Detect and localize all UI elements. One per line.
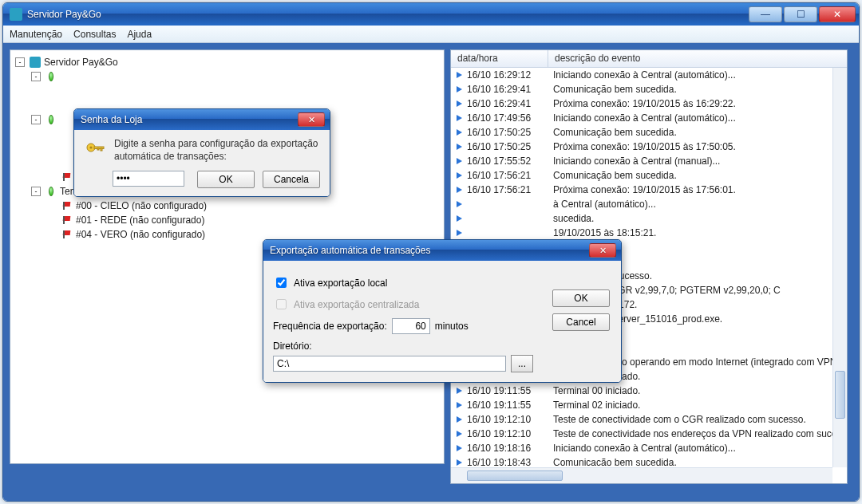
log-row[interactable]: 19/10/2015 às 18:15:21. (451, 226, 847, 240)
close-button[interactable]: ✕ (819, 6, 856, 22)
password-cancel-button[interactable]: Cancela (263, 171, 320, 188)
window-title: Servidor Pay&Go (27, 9, 749, 20)
log-cell-time: 16/10 19:18:43 (467, 457, 553, 466)
log-row[interactable]: 16/10 19:18:16Iniciando conexão à Centra… (451, 441, 847, 455)
log-cell-time: 16/10 17:55:52 (467, 156, 553, 167)
log-row[interactable]: 16/10 19:12:10Teste de conectividade com… (451, 412, 847, 427)
password-dialog-message: Digite a senha para configuração da expo… (114, 138, 320, 163)
export-local-checkbox[interactable] (276, 278, 287, 288)
flag-red-icon (61, 200, 73, 211)
tree-expander[interactable]: - (31, 115, 41, 124)
password-input[interactable] (113, 171, 184, 187)
arrow-icon (456, 200, 464, 208)
export-dialog-close-icon[interactable]: ✕ (589, 243, 616, 258)
app-icon (10, 8, 22, 21)
log-row[interactable]: 16/10 17:56:21Próxima conexão: 19/10/201… (451, 183, 847, 197)
log-row[interactable]: 16/10 19:18:43Comunicação bem sucedida. (451, 455, 847, 466)
export-freq-input[interactable] (392, 318, 430, 334)
tree-expander[interactable]: - (31, 72, 41, 81)
export-dir-input[interactable] (273, 356, 506, 372)
log-row[interactable]: 16/10 19:11:55Terminal 00 iniciado. (451, 384, 847, 398)
export-dir-label: Diretório: (273, 341, 533, 352)
log-col-description[interactable]: descrição do evento (548, 50, 847, 67)
tree-expander[interactable]: - (31, 187, 41, 196)
log-cell-time: 16/10 19:12:10 (467, 414, 553, 425)
tree-label: #04 - VERO (não configurado) (76, 229, 205, 240)
arrow-icon (456, 171, 464, 179)
export-dialog: Exportação automática de transações ✕ OK… (263, 239, 622, 383)
log-row[interactable]: 16/10 16:29:12Iniciando conexão à Centra… (451, 68, 847, 82)
tree-row[interactable]: - (15, 69, 439, 84)
maximize-button[interactable]: ☐ (784, 6, 817, 22)
log-header: data/hora descrição do evento (451, 50, 847, 68)
tree-row[interactable]: #00 - CIELO (não configurado) (15, 199, 439, 213)
log-row[interactable]: 16/10 19:12:10Teste de conectividade nos… (451, 427, 847, 441)
tree-row[interactable] (15, 84, 439, 98)
arrow-icon (456, 387, 464, 395)
export-ok-button[interactable]: OK (552, 289, 610, 307)
log-cell-time: 16/10 17:56:21 (467, 170, 553, 181)
tree-expander[interactable]: - (15, 57, 25, 67)
tree-label: #01 - REDE (não configurado) (76, 215, 204, 226)
horizontal-scrollbar[interactable] (451, 467, 832, 483)
log-cell-time: 16/10 16:29:12 (467, 69, 553, 81)
arrow-icon (456, 128, 464, 136)
log-cell-desc: Comunicação bem sucedida. (553, 84, 847, 95)
log-cell-desc: Iniciando conexão à Central (automático)… (553, 112, 847, 124)
vertical-scrollbar[interactable] (832, 68, 847, 467)
app-window: Servidor Pay&Go — ☐ ✕ Manutenção Consult… (2, 2, 860, 502)
v-scroll-thumb[interactable] (835, 371, 845, 419)
arrow-icon (456, 430, 464, 438)
flag-red-icon (61, 215, 73, 226)
export-freq-unit: minutos (435, 321, 469, 332)
log-row[interactable]: 16/10 16:29:41Próxima conexão: 19/10/201… (451, 96, 847, 111)
log-cell-desc: Terminal 02 iniciado. (553, 400, 847, 411)
spacer (45, 100, 57, 111)
svg-rect-4 (97, 148, 99, 150)
flag-red-icon (61, 229, 73, 240)
export-cancel-button[interactable]: Cancel (552, 313, 610, 331)
log-row[interactable]: 16/10 19:11:55Terminal 02 iniciado. (451, 398, 847, 412)
log-cell-time: 16/10 19:12:10 (467, 428, 553, 439)
password-ok-button[interactable]: OK (197, 171, 255, 188)
menu-consultas[interactable]: Consultas (73, 29, 116, 40)
export-dir-browse-button[interactable]: ... (511, 355, 533, 372)
log-cell-time: 16/10 17:56:21 (467, 184, 553, 195)
spacer (61, 128, 73, 140)
log-row[interactable]: 16/10 17:56:21Comunicação bem sucedida. (451, 168, 847, 183)
app-small-icon (30, 57, 41, 68)
client-area: -Servidor Pay&Go--#04 - VERO (não config… (3, 43, 859, 501)
log-cell-time: 16/10 19:11:55 (467, 400, 553, 411)
password-dialog-close-icon[interactable]: ✕ (298, 112, 325, 127)
log-cell-desc: Iniciando conexão à Central (manual)... (553, 156, 847, 167)
export-freq-label: Frequência de exportação: (273, 321, 387, 332)
export-central-checkbox (276, 299, 287, 309)
h-scroll-thumb[interactable] (467, 471, 563, 481)
log-row[interactable]: 16/10 17:50:25Próxima conexão: 19/10/201… (451, 140, 847, 154)
log-cell-desc: Teste de conectividade nos endereços da … (553, 428, 847, 439)
tree-row[interactable]: #01 - REDE (não configurado) (15, 213, 439, 227)
menubar: Manutenção Consultas Ajuda (3, 26, 859, 43)
log-col-datetime[interactable]: data/hora (451, 50, 548, 67)
log-row[interactable]: 16/10 17:55:52Iniciando conexão à Centra… (451, 154, 847, 168)
status-green-icon (45, 71, 57, 82)
log-cell-time: 16/10 17:49:56 (467, 112, 553, 124)
password-dialog-titlebar[interactable]: Senha da Loja ✕ (74, 109, 330, 130)
menu-ajuda[interactable]: Ajuda (127, 29, 152, 40)
log-row[interactable]: sucedida. (451, 211, 847, 226)
log-cell-desc: sucedida. (553, 213, 847, 224)
log-row[interactable]: 16/10 17:50:25Comunicação bem sucedida. (451, 125, 847, 140)
log-row[interactable]: 16/10 16:29:41Comunicação bem sucedida. (451, 82, 847, 96)
minimize-button[interactable]: — (749, 6, 782, 22)
log-row[interactable]: à Central (automático)... (451, 197, 847, 211)
status-green-icon (45, 186, 57, 197)
export-dialog-titlebar[interactable]: Exportação automática de transações ✕ (263, 240, 621, 261)
arrow-icon (456, 157, 464, 165)
tree-row[interactable]: -Servidor Pay&Go (15, 55, 439, 69)
titlebar[interactable]: Servidor Pay&Go — ☐ ✕ (3, 3, 859, 26)
menu-manutencao[interactable]: Manutenção (10, 29, 62, 40)
arrow-icon (456, 143, 464, 151)
log-row[interactable]: 16/10 17:49:56Iniciando conexão à Centra… (451, 111, 847, 125)
spacer (45, 85, 57, 96)
arrow-icon (456, 415, 464, 423)
